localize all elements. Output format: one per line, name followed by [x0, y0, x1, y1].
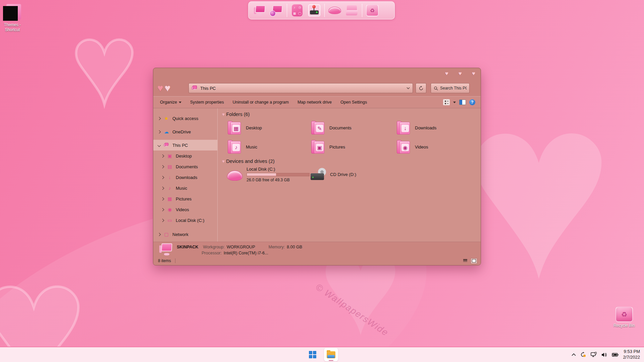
drive-item-cd[interactable]: CD Drive (D:): [311, 167, 396, 182]
sidebar-item-downloads[interactable]: ↓ Downloads: [153, 172, 217, 183]
start-button[interactable]: [306, 348, 319, 361]
sidebar-item-pictures[interactable]: ▦ Pictures: [153, 193, 217, 204]
documents-folder-icon: ✎: [311, 120, 325, 135]
drives-section-header[interactable]: ♥ Devices and drives (2): [222, 159, 480, 164]
details-view-button[interactable]: [462, 258, 469, 264]
folder-item-desktop[interactable]: ▦ Desktop: [227, 120, 311, 135]
documents-icon: ▤: [167, 164, 173, 169]
drive-label: CD Drive (D:): [330, 172, 356, 177]
sidebar-item-network[interactable]: ▢ Network: [153, 229, 217, 240]
local-disk-drive-icon: [227, 171, 243, 181]
games-icon[interactable]: [307, 3, 321, 17]
sidebar-item-local-disk[interactable]: ▭ Local Disk (C:): [153, 215, 217, 226]
clock-time: 9:53 PM: [623, 349, 640, 355]
my-computer-icon[interactable]: [253, 3, 267, 17]
chevron-right-icon[interactable]: [161, 154, 164, 158]
chevron-right-icon[interactable]: [161, 176, 164, 179]
folder-item-documents[interactable]: ✎ Documents: [311, 120, 396, 135]
folder-item-music[interactable]: ♪ Music: [227, 139, 311, 155]
star-icon: ★: [163, 116, 169, 121]
search-placeholder: Search This PC: [440, 86, 467, 90]
hard-disk-icon[interactable]: [328, 3, 342, 17]
search-box[interactable]: Search This PC: [431, 83, 470, 93]
desktop-icon-recycle-bin[interactable]: ♻ Recycle Bin: [610, 307, 639, 328]
media-player-icon[interactable]: ♪◷▦◯: [290, 3, 304, 17]
chevron-right-icon[interactable]: [161, 208, 164, 211]
thumbnail-view-button[interactable]: [471, 258, 477, 264]
music-folder-icon: ♪: [227, 139, 242, 154]
wallpaper-heart: ♥: [70, 7, 138, 121]
title-bar[interactable]: ♥ ♥ ♥: [153, 68, 481, 80]
help-button[interactable]: ?: [469, 99, 475, 105]
address-bar[interactable]: This PC: [189, 83, 413, 93]
chevron-right-icon[interactable]: [161, 186, 164, 190]
maximize-button[interactable]: ♥: [459, 70, 462, 77]
address-dropdown-icon[interactable]: [407, 87, 410, 89]
chevron-right-icon[interactable]: [158, 117, 161, 120]
folder-item-videos[interactable]: ◉ Videos: [396, 139, 480, 155]
sidebar-item-documents[interactable]: ▤ Documents: [153, 161, 217, 172]
command-toolbar: Organize System properties Uninstall or …: [153, 96, 481, 108]
chevron-down-icon[interactable]: [158, 143, 161, 147]
preview-pane-button[interactable]: [459, 100, 466, 105]
chevron-right-icon[interactable]: [158, 233, 161, 236]
dock-recycle-bin-icon[interactable]: ♻: [365, 3, 379, 17]
system-properties-button[interactable]: System properties: [190, 100, 224, 105]
skinpack-computer-icon: [159, 243, 173, 256]
documents-bag-icon[interactable]: [345, 3, 359, 17]
pictures-icon: ▦: [167, 196, 173, 201]
refresh-button[interactable]: [416, 83, 426, 93]
clock-date: 2/7/2022: [623, 355, 640, 360]
themes-folder-icon: [3, 4, 22, 21]
folders-section-header[interactable]: ♥ Folders (6): [222, 112, 480, 117]
sidebar-item-this-pc[interactable]: This PC: [153, 140, 217, 150]
address-path: This PC: [200, 86, 216, 91]
desktop-icon: ▣: [167, 153, 173, 159]
music-icon: ♪: [167, 185, 173, 191]
change-view-button[interactable]: [443, 99, 450, 105]
items-count: 8 items: [158, 258, 171, 263]
desktop-icon-themes-shortcut[interactable]: Themes - Shortcut: [0, 4, 27, 33]
file-explorer-icon: [327, 351, 335, 358]
sidebar-item-desktop[interactable]: ▣ Desktop: [153, 150, 217, 161]
internet-globe-icon[interactable]: [270, 3, 284, 17]
wallpaper-heart: ♥: [463, 60, 614, 315]
close-button[interactable]: ♥: [472, 70, 475, 77]
open-settings-button[interactable]: Open Settings: [340, 100, 367, 105]
videos-folder-icon: ◉: [396, 139, 411, 154]
taskbar-clock[interactable]: 9:53 PM 2/7/2022: [623, 349, 641, 360]
caret-down-icon: [179, 102, 181, 103]
view-dropdown-icon[interactable]: [453, 102, 456, 103]
sidebar-item-music[interactable]: ♪ Music: [153, 183, 217, 193]
tray-chevron-up-icon[interactable]: [572, 353, 576, 356]
cd-drive-icon: [311, 168, 326, 181]
cloud-icon: ☁: [163, 129, 169, 134]
chevron-right-icon[interactable]: [158, 130, 161, 133]
chevron-right-icon[interactable]: [161, 165, 164, 168]
workgroup-value: WORKGROUP: [227, 244, 255, 250]
tray-battery-icon[interactable]: [612, 353, 619, 357]
taskbar-file-explorer[interactable]: [324, 348, 338, 361]
folder-item-downloads[interactable]: ↓ Downloads: [396, 120, 480, 135]
back-button[interactable]: ♥: [157, 82, 163, 94]
heart-icon: ♥: [222, 159, 225, 164]
organize-menu[interactable]: Organize: [160, 100, 181, 105]
sidebar-item-onedrive[interactable]: ☁ OneDrive: [153, 126, 217, 137]
tray-network-icon[interactable]: [591, 352, 597, 357]
search-icon: [434, 86, 438, 90]
uninstall-program-button[interactable]: Uninstall or change a program: [232, 100, 288, 105]
minimize-button[interactable]: ♥: [445, 70, 448, 77]
drive-item-local-disk[interactable]: Local Disk (C:) 26.0 GB free of 49.3 GB: [227, 167, 311, 182]
folder-item-pictures[interactable]: ▣ Pictures: [311, 139, 396, 155]
tray-update-icon[interactable]: [580, 352, 586, 358]
chevron-right-icon[interactable]: [161, 197, 164, 200]
map-network-drive-button[interactable]: Map network drive: [298, 100, 332, 105]
disk-free-text: 26.0 GB free of 49.3 GB: [247, 178, 310, 182]
chevron-right-icon[interactable]: [161, 219, 164, 222]
tray-volume-icon[interactable]: [601, 352, 607, 357]
running-app-indicator: [329, 360, 333, 361]
forward-button[interactable]: ♥: [165, 82, 171, 94]
sidebar-item-quick-access[interactable]: ★ Quick access: [153, 113, 217, 124]
this-pc-icon: [192, 85, 198, 91]
sidebar-item-videos[interactable]: ◉ Videos: [153, 204, 217, 215]
